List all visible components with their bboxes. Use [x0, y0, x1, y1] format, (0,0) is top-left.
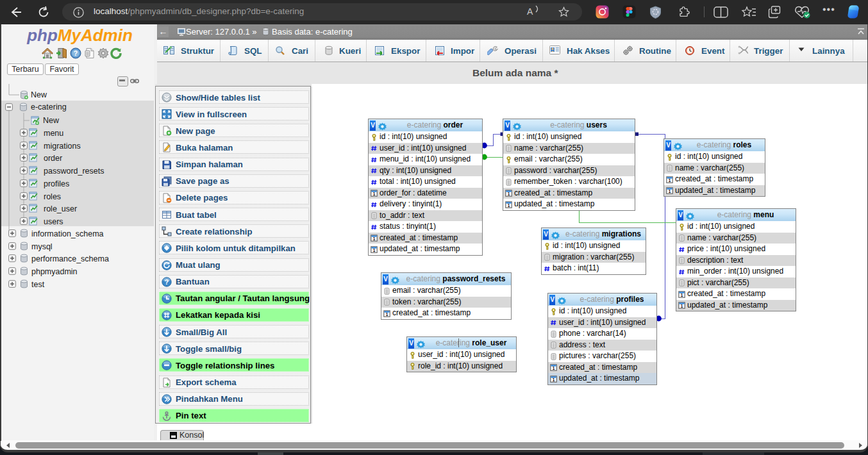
- svg-text:1: 1: [669, 178, 671, 183]
- svg-text:1: 1: [386, 312, 388, 317]
- svg-text:1: 1: [373, 236, 376, 241]
- svg-text:1: 1: [553, 377, 555, 382]
- svg-text:1: 1: [508, 192, 510, 196]
- svg-text:1: 1: [373, 248, 376, 252]
- svg-text:1: 1: [508, 203, 510, 208]
- svg-text:1: 1: [373, 192, 376, 196]
- svg-text:1: 1: [681, 293, 683, 297]
- svg-text:1: 1: [681, 304, 683, 308]
- svg-text:?: ?: [165, 278, 169, 286]
- svg-text:1: 1: [669, 189, 671, 194]
- svg-text:1: 1: [553, 366, 555, 370]
